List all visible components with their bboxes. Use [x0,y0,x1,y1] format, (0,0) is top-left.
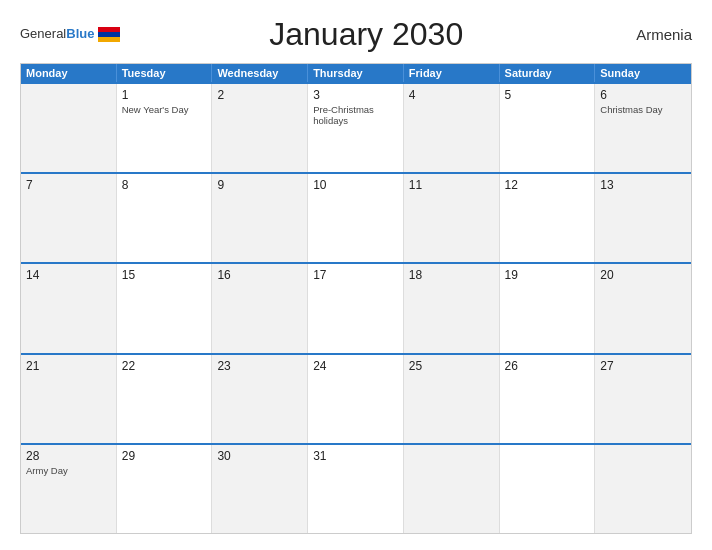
logo: GeneralBlue [20,27,120,43]
calendar-cell: 10 [308,174,404,262]
calendar-cell [595,445,691,533]
weekday-header-saturday: Saturday [500,64,596,82]
weekday-header-monday: Monday [21,64,117,82]
calendar-cell: 13 [595,174,691,262]
calendar-cell: 25 [404,355,500,443]
day-number: 11 [409,178,494,192]
calendar-cell: 31 [308,445,404,533]
calendar-cell: 29 [117,445,213,533]
calendar-cell: 21 [21,355,117,443]
day-number: 23 [217,359,302,373]
day-number: 4 [409,88,494,102]
day-number: 7 [26,178,111,192]
day-number: 14 [26,268,111,282]
calendar-cell: 15 [117,264,213,352]
calendar-cell: 16 [212,264,308,352]
calendar-cell: 11 [404,174,500,262]
calendar-cell: 22 [117,355,213,443]
day-number: 25 [409,359,494,373]
day-number: 12 [505,178,590,192]
calendar-cell: 28Army Day [21,445,117,533]
holiday-label: Army Day [26,465,111,476]
day-number: 6 [600,88,686,102]
weekday-header-tuesday: Tuesday [117,64,213,82]
calendar-week-1: 1New Year's Day23Pre-Christmas holidays4… [21,82,691,172]
calendar-title: January 2030 [120,16,612,53]
day-number: 13 [600,178,686,192]
calendar-cell: 20 [595,264,691,352]
calendar-cell: 5 [500,84,596,172]
calendar-week-2: 78910111213 [21,172,691,262]
calendar-cell [404,445,500,533]
day-number: 5 [505,88,590,102]
calendar-cell: 6Christmas Day [595,84,691,172]
weekday-header-friday: Friday [404,64,500,82]
logo-blue: Blue [66,26,94,41]
holiday-label: Pre-Christmas holidays [313,104,398,127]
day-number: 20 [600,268,686,282]
calendar-cell: 3Pre-Christmas holidays [308,84,404,172]
calendar-cell: 30 [212,445,308,533]
calendar-week-5: 28Army Day293031 [21,443,691,533]
calendar-cell: 19 [500,264,596,352]
calendar-body: 1New Year's Day23Pre-Christmas holidays4… [21,82,691,533]
day-number: 15 [122,268,207,282]
logo-text: GeneralBlue [20,27,94,41]
weekday-header-wednesday: Wednesday [212,64,308,82]
calendar-cell: 23 [212,355,308,443]
day-number: 27 [600,359,686,373]
day-number: 9 [217,178,302,192]
day-number: 26 [505,359,590,373]
weekday-header-thursday: Thursday [308,64,404,82]
calendar-week-3: 14151617181920 [21,262,691,352]
country-label: Armenia [612,26,692,43]
calendar-cell [500,445,596,533]
calendar-cell: 27 [595,355,691,443]
day-number: 24 [313,359,398,373]
calendar-cell: 2 [212,84,308,172]
calendar-cell: 4 [404,84,500,172]
armenia-flag-icon [98,27,120,43]
calendar-cell: 14 [21,264,117,352]
day-number: 28 [26,449,111,463]
day-number: 18 [409,268,494,282]
day-number: 2 [217,88,302,102]
day-number: 17 [313,268,398,282]
logo-brand-line: GeneralBlue [20,27,94,41]
day-number: 16 [217,268,302,282]
day-number: 1 [122,88,207,102]
calendar-week-4: 21222324252627 [21,353,691,443]
day-number: 21 [26,359,111,373]
holiday-label: Christmas Day [600,104,686,115]
day-number: 19 [505,268,590,282]
day-number: 10 [313,178,398,192]
day-number: 30 [217,449,302,463]
header: GeneralBlue January 2030 Armenia [20,16,692,53]
calendar-cell: 17 [308,264,404,352]
calendar-cell: 24 [308,355,404,443]
weekday-header-sunday: Sunday [595,64,691,82]
day-number: 22 [122,359,207,373]
calendar-cell: 9 [212,174,308,262]
page: GeneralBlue January 2030 Armenia MondayT… [0,0,712,550]
calendar-cell: 26 [500,355,596,443]
calendar-cell [21,84,117,172]
calendar-cell: 18 [404,264,500,352]
day-number: 8 [122,178,207,192]
calendar-cell: 7 [21,174,117,262]
calendar-cell: 1New Year's Day [117,84,213,172]
holiday-label: New Year's Day [122,104,207,115]
calendar-cell: 12 [500,174,596,262]
calendar-header-row: MondayTuesdayWednesdayThursdayFridaySatu… [21,64,691,82]
day-number: 3 [313,88,398,102]
day-number: 31 [313,449,398,463]
day-number: 29 [122,449,207,463]
calendar: MondayTuesdayWednesdayThursdayFridaySatu… [20,63,692,534]
flag-orange [98,37,120,42]
calendar-cell: 8 [117,174,213,262]
